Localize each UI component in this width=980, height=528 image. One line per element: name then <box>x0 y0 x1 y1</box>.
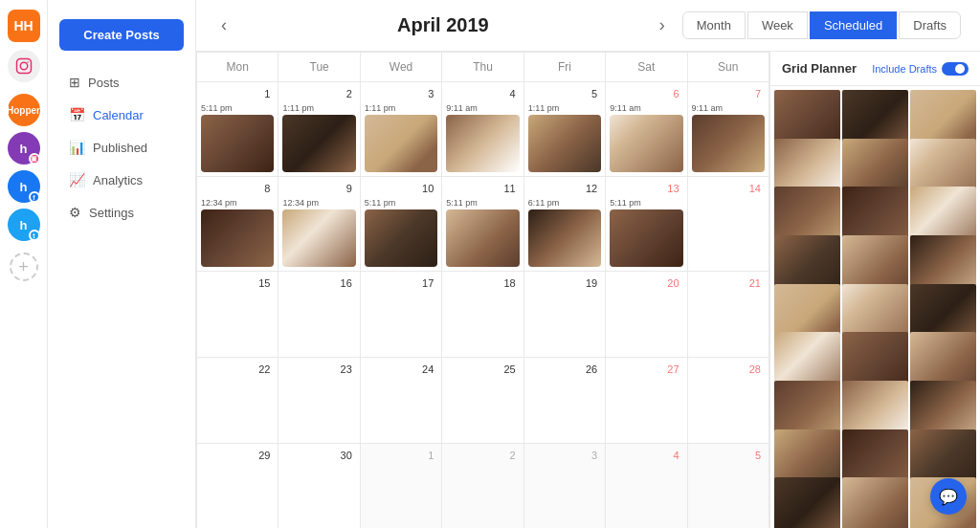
day-cell[interactable]: 30 <box>278 444 360 528</box>
day-cell[interactable]: 19 <box>524 272 606 358</box>
day-cell[interactable]: 23 <box>278 358 360 444</box>
post-time: 1:11 pm <box>282 103 355 113</box>
day-cell[interactable]: 31:11 pm <box>361 82 442 177</box>
day-cell[interactable]: 25 <box>442 358 523 444</box>
post-time: 1:11 pm <box>365 103 437 113</box>
tab-drafts[interactable]: Drafts <box>899 11 961 39</box>
post-thumbnail[interactable] <box>528 115 601 172</box>
calendar-grid-wrapper: MonTueWedThuFriSatSun15:11 pm21:11 pm31:… <box>196 52 769 528</box>
post-thumbnail[interactable] <box>201 115 274 172</box>
nav-item-analytics[interactable]: 📈 Analytics <box>54 165 189 195</box>
day-cell[interactable]: 22 <box>197 358 278 444</box>
day-cell[interactable]: 812:34 pm <box>197 177 278 272</box>
day-cell[interactable]: 49:11 am <box>442 82 523 177</box>
nav-item-calendar-label: Calendar <box>93 108 144 122</box>
day-cell[interactable]: 912:34 pm <box>278 177 360 272</box>
next-month-button[interactable]: › <box>654 11 671 39</box>
nav-item-settings-label: Settings <box>89 206 134 220</box>
grid-planner-cell[interactable] <box>774 477 840 528</box>
include-drafts-label: Include Drafts <box>872 63 937 75</box>
day-cell[interactable]: 1 <box>361 444 442 528</box>
day-number: 26 <box>528 362 601 377</box>
day-cell[interactable]: 24 <box>361 358 442 444</box>
post-thumbnail[interactable] <box>365 209 437 267</box>
day-number: 4 <box>446 86 519 101</box>
day-cell[interactable]: 105:11 pm <box>361 177 442 272</box>
account-ig2[interactable]: h ▣ <box>8 132 40 165</box>
day-cell[interactable]: 29 <box>197 444 278 528</box>
nav-item-settings[interactable]: ⚙ Settings <box>54 197 189 228</box>
day-cell[interactable]: 15:11 pm <box>197 82 278 177</box>
day-cell[interactable]: 69:11 am <box>606 82 687 177</box>
post-thumbnail[interactable] <box>365 115 437 172</box>
day-cell[interactable]: 2 <box>442 444 523 528</box>
calendar-title: April 2019 <box>244 14 642 36</box>
post-thumbnail[interactable] <box>282 209 355 267</box>
nav-item-calendar[interactable]: 📅 Calendar <box>54 99 189 130</box>
day-cell[interactable]: 20 <box>606 272 687 358</box>
post-thumbnail[interactable] <box>282 115 355 172</box>
day-cell[interactable]: 28 <box>688 358 769 444</box>
account-fb[interactable]: h f <box>8 170 40 203</box>
day-number: 28 <box>692 362 765 377</box>
svg-rect-0 <box>16 59 31 74</box>
day-number: 19 <box>528 275 601 291</box>
chat-button[interactable]: 💬 <box>930 478 967 515</box>
app-logo[interactable]: HH <box>8 10 40 42</box>
toggle-switch[interactable] <box>942 62 969 76</box>
calendar-header: ‹ April 2019 › Month Week Scheduled Draf… <box>196 0 980 52</box>
day-number: 29 <box>201 448 274 463</box>
day-header-mon: Mon <box>197 53 278 82</box>
tab-week[interactable]: Week <box>747 11 808 39</box>
post-time: 5:11 pm <box>446 198 519 208</box>
day-cell[interactable]: 51:11 pm <box>524 82 606 177</box>
day-number: 13 <box>610 181 682 196</box>
add-account-button[interactable]: + <box>10 253 38 281</box>
tab-month[interactable]: Month <box>682 11 746 39</box>
prev-month-button[interactable]: ‹ <box>215 11 233 39</box>
day-cell[interactable]: 126:11 pm <box>524 177 606 272</box>
post-thumbnail[interactable] <box>446 209 519 267</box>
grid-planner-cell[interactable] <box>842 477 908 528</box>
post-thumbnail[interactable] <box>201 209 274 267</box>
post-thumbnail[interactable] <box>692 115 765 172</box>
day-cell[interactable]: 135:11 pm <box>606 177 687 272</box>
day-number: 21 <box>692 275 765 291</box>
sidebar-icon-instagram[interactable] <box>8 50 40 82</box>
day-header-sun: Sun <box>688 53 769 82</box>
day-number: 8 <box>201 181 274 196</box>
post-time: 6:11 pm <box>528 198 601 208</box>
day-cell[interactable]: 4 <box>606 444 687 528</box>
day-cell[interactable]: 17 <box>361 272 442 358</box>
post-thumbnail[interactable] <box>610 115 682 172</box>
post-thumbnail[interactable] <box>528 209 601 267</box>
day-cell[interactable]: 21:11 pm <box>278 82 360 177</box>
day-cell[interactable]: 16 <box>278 272 360 358</box>
day-number: 3 <box>365 86 437 101</box>
day-cell[interactable]: 115:11 pm <box>442 177 523 272</box>
post-time: 5:11 pm <box>365 198 437 208</box>
day-cell[interactable]: 14 <box>688 177 769 272</box>
day-cell[interactable]: 5 <box>688 444 769 528</box>
day-cell[interactable]: 21 <box>688 272 769 358</box>
day-cell[interactable]: 26 <box>524 358 606 444</box>
main-content: ‹ April 2019 › Month Week Scheduled Draf… <box>196 0 980 528</box>
tab-scheduled[interactable]: Scheduled <box>810 11 897 39</box>
day-cell[interactable]: 15 <box>197 272 278 358</box>
day-cell[interactable]: 18 <box>442 272 523 358</box>
day-cell[interactable]: 27 <box>606 358 687 444</box>
day-number: 2 <box>282 86 355 101</box>
post-thumbnail[interactable] <box>610 209 682 267</box>
nav-item-published-label: Published <box>93 141 147 155</box>
create-posts-button[interactable]: Create Posts <box>59 19 184 51</box>
day-cell[interactable]: 79:11 am <box>688 82 769 177</box>
account-hopper[interactable]: Hopper <box>8 94 40 126</box>
account-tw[interactable]: h t <box>8 209 40 241</box>
nav-item-published[interactable]: 📊 Published <box>54 132 189 163</box>
day-cell[interactable]: 3 <box>524 444 606 528</box>
include-drafts-toggle[interactable]: Include Drafts <box>872 62 969 76</box>
post-thumbnail[interactable] <box>446 115 519 172</box>
post-time: 9:11 am <box>692 103 765 113</box>
nav-item-posts[interactable]: ⊞ Posts <box>54 67 189 98</box>
post-time: 9:11 am <box>610 103 682 113</box>
